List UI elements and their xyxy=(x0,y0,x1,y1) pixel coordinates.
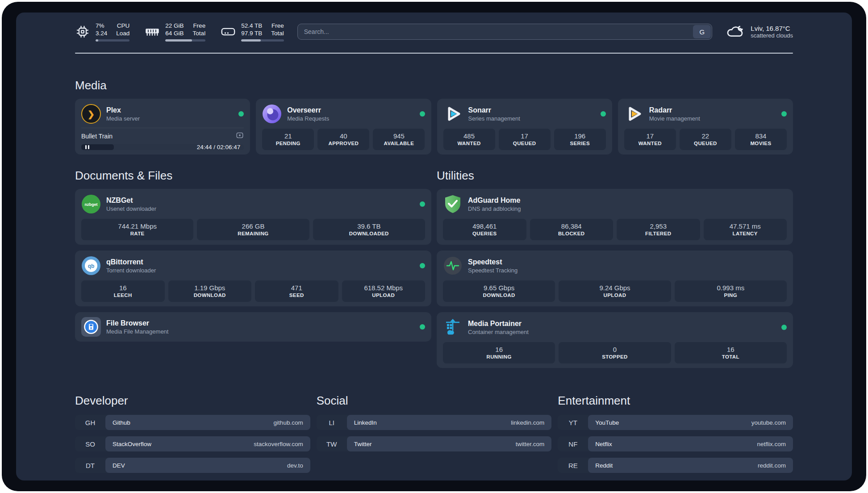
service-name: Sonarr xyxy=(468,106,595,115)
qbittorrent-icon: qb xyxy=(81,256,101,276)
service-card-portainer[interactable]: Media Portainer Container management 16R… xyxy=(437,312,793,368)
bookmarks: Developer GH Githubgithub.com SO StackOv… xyxy=(75,394,793,473)
service-subtitle: Torrent downloader xyxy=(106,267,414,274)
status-dot xyxy=(420,201,425,207)
disk-stat: 52.4 TB 97.9 TB Free Total xyxy=(221,22,284,42)
service-card-speedtest[interactable]: Speedtest Speedtest Tracking 9.65 GbpsDO… xyxy=(437,251,793,306)
stat-box: 618.52 MbpsUPLOAD xyxy=(342,280,426,302)
service-subtitle: Speedtest Tracking xyxy=(468,267,787,274)
bookmark-section-entertainment: Entertainment YT YouTubeyoutube.com NF N… xyxy=(558,394,793,473)
service-name: AdGuard Home xyxy=(468,196,787,205)
service-subtitle: Media File Management xyxy=(106,328,414,335)
bookmark-abbr: TW xyxy=(317,436,347,451)
ram-progressbar xyxy=(165,39,205,42)
section-heading-entertainment: Entertainment xyxy=(558,394,793,408)
stat-box: 16LEECH xyxy=(81,280,165,302)
bookmark-abbr: DT xyxy=(75,458,105,473)
search-input[interactable] xyxy=(297,24,713,40)
bookmark-youtube[interactable]: YT YouTubeyoutube.com xyxy=(558,415,793,430)
service-card-radarr[interactable]: Radarr Movie management 17WANTED 22QUEUE… xyxy=(618,99,793,155)
bookmark-abbr: LI xyxy=(317,415,347,430)
service-card-filebrowser[interactable]: File Browser Media File Management xyxy=(75,312,431,342)
service-card-plex[interactable]: ❯ Plex Media server Bullet Train 24:44 /… xyxy=(75,99,250,155)
bookmark-abbr: YT xyxy=(558,415,588,430)
stat-box: 17QUEUED xyxy=(499,129,551,150)
service-name: Media Portainer xyxy=(468,319,776,328)
stat-box: 22QUEUED xyxy=(680,129,731,150)
stat-box: 40APPROVED xyxy=(317,129,369,150)
service-name: Speedtest xyxy=(468,258,787,267)
disk-total-label: Total xyxy=(271,29,284,37)
weather-condition: scattered clouds xyxy=(751,32,793,39)
bookmark-netflix[interactable]: NF Netflixnetflix.com xyxy=(558,436,793,451)
ram-stat: 22 GiB 64 GiB Free Total xyxy=(145,22,205,42)
radarr-icon xyxy=(624,104,644,124)
status-dot xyxy=(420,324,425,330)
stat-box: 1.19 GbpsDOWNLOAD xyxy=(168,280,252,302)
disk-icon xyxy=(221,24,236,39)
section-heading-developer: Developer xyxy=(75,394,310,408)
pause-icon[interactable] xyxy=(85,144,89,150)
sonarr-icon xyxy=(443,104,463,124)
playback-progressbar[interactable]: 24:44 / 02:06:47 xyxy=(81,144,244,150)
stat-box: 471SEED xyxy=(255,280,338,302)
adguard-icon xyxy=(443,194,463,214)
service-name: Plex xyxy=(106,106,233,115)
section-heading-media: Media xyxy=(75,79,793,92)
service-card-qbittorrent[interactable]: qb qBittorrent Torrent downloader 16LEEC… xyxy=(75,251,431,306)
bookmark-stackoverflow[interactable]: SO StackOverflowstackoverflow.com xyxy=(75,436,310,451)
stat-box: 744.21 MbpsRATE xyxy=(81,219,193,240)
status-dot xyxy=(601,111,606,117)
status-dot xyxy=(420,111,425,117)
status-dot xyxy=(420,263,425,268)
cpu-load: 3.24 xyxy=(96,29,107,37)
stat-box: 17WANTED xyxy=(624,129,676,150)
stat-box: 0STOPPED xyxy=(559,342,671,363)
bookmark-abbr: NF xyxy=(558,436,588,451)
stat-box: 498,461QUERIES xyxy=(443,219,526,240)
disk-progressbar xyxy=(241,39,284,42)
svg-text:nzbget: nzbget xyxy=(85,202,98,207)
media-grid: ❯ Plex Media server Bullet Train 24:44 /… xyxy=(75,99,793,155)
service-card-overseerr[interactable]: Overseerr Media Requests 21PENDING 40APP… xyxy=(256,99,431,155)
bookmark-abbr: SO xyxy=(75,436,105,451)
stat-box: 16RUNNING xyxy=(443,342,555,363)
service-card-sonarr[interactable]: Sonarr Series management 485WANTED 17QUE… xyxy=(437,99,612,155)
cpu-progressbar xyxy=(96,39,129,42)
ram-free: 22 GiB xyxy=(165,22,184,29)
service-name: Radarr xyxy=(649,106,776,115)
svg-text:qb: qb xyxy=(88,263,95,269)
search-engine-button[interactable]: G xyxy=(693,25,711,38)
stat-box: 21PENDING xyxy=(262,129,314,150)
stat-box: 2,953FILTERED xyxy=(617,219,700,240)
header: 7% 3.24 CPU Load xyxy=(75,19,793,45)
status-dot xyxy=(781,325,787,330)
filebrowser-icon xyxy=(81,317,101,337)
bookmark-github[interactable]: GH Githubgithub.com xyxy=(75,415,310,430)
service-subtitle: DNS and adblocking xyxy=(468,205,787,213)
bookmark-abbr: RE xyxy=(558,458,588,473)
service-name: qBittorrent xyxy=(106,258,414,267)
plex-icon: ❯ xyxy=(81,104,101,124)
cast-icon[interactable] xyxy=(236,131,244,141)
stat-box: 196SERIES xyxy=(554,129,606,150)
service-card-adguard[interactable]: AdGuard Home DNS and adblocking 498,461Q… xyxy=(437,189,793,245)
service-subtitle: Media server xyxy=(106,115,233,122)
stat-box: 47.571 msLATENCY xyxy=(704,219,787,240)
nzbget-icon: nzbget xyxy=(81,194,101,214)
bookmark-twitter[interactable]: TW Twittertwitter.com xyxy=(317,436,552,451)
cpu-stat: 7% 3.24 CPU Load xyxy=(75,22,129,42)
bookmark-reddit[interactable]: RE Redditreddit.com xyxy=(558,458,793,473)
service-name: File Browser xyxy=(106,319,414,328)
ram-total: 64 GiB xyxy=(165,29,184,37)
ram-icon xyxy=(145,24,160,39)
header-divider xyxy=(75,53,793,54)
bookmark-dev[interactable]: DT DEVdev.to xyxy=(75,458,310,473)
stat-box: 266 GBREMAINING xyxy=(197,219,309,240)
cpu-load-label: Load xyxy=(116,29,129,37)
disk-free-label: Free xyxy=(271,22,284,29)
stat-box: 39.6 TBDOWNLOADED xyxy=(313,219,425,240)
service-card-nzbget[interactable]: nzbget NZBGet Usenet downloader 744.21 M… xyxy=(75,189,431,245)
system-stats: 7% 3.24 CPU Load xyxy=(75,22,284,42)
bookmark-linkedin[interactable]: LI LinkedInlinkedin.com xyxy=(317,415,552,430)
